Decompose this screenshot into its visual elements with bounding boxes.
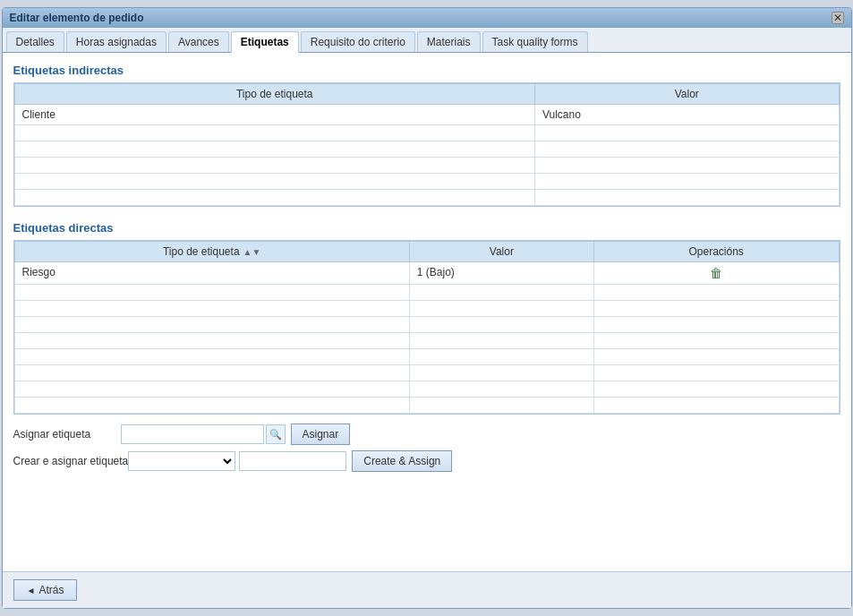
tab-task-quality[interactable]: Task quality forms: [482, 31, 588, 52]
indirect-empty-4: [14, 174, 839, 190]
assign-label-input[interactable]: [121, 424, 264, 444]
direct-col-tipo: Tipo de etiqueta ▲▼: [14, 242, 409, 262]
direct-row-0: Riesgo 1 (Bajo) 🗑: [14, 262, 839, 285]
direct-empty-7: [14, 381, 839, 398]
window-title: Editar elemento de pedido: [10, 12, 144, 24]
direct-table-container: Tipo de etiqueta ▲▼ Valor Operacións: [13, 240, 840, 415]
indirect-empty-2: [14, 141, 839, 158]
content-area: Etiquetas indirectas Tipo de etiqueta Va…: [3, 53, 851, 571]
create-assign-row: Crear e asignar etiqueta Create & Assign: [13, 450, 840, 472]
direct-empty-1: [14, 285, 839, 301]
indirect-empty-3: [14, 158, 839, 174]
direct-empty-5: [14, 349, 839, 365]
indirect-cell-valor-0: Vulcano: [534, 105, 839, 125]
back-button-label: Atrás: [38, 584, 64, 596]
direct-col-valor: Valor: [409, 242, 593, 262]
search-button[interactable]: 🔍: [266, 424, 286, 444]
direct-empty-4: [14, 333, 839, 349]
direct-empty-8: [14, 398, 839, 414]
indirect-cell-tipo-0: Cliente: [14, 105, 534, 125]
direct-cell-valor-0: 1 (Bajo): [409, 262, 593, 285]
tab-materiais[interactable]: Materiais: [417, 31, 481, 52]
create-assign-type-select[interactable]: [128, 451, 235, 471]
asignar-button[interactable]: Asignar: [291, 424, 351, 445]
direct-table: Tipo de etiqueta ▲▼ Valor Operacións: [14, 241, 840, 414]
assign-label-row: Asignar etiqueta 🔍 Asignar: [13, 424, 840, 445]
create-assign-value-input[interactable]: [239, 451, 346, 471]
tipo-sort-icon[interactable]: ▲▼: [243, 247, 261, 257]
indirect-col-tipo: Tipo de etiqueta: [14, 84, 534, 105]
tab-horas-asignadas[interactable]: Horas asignadas: [66, 31, 166, 52]
direct-cell-tipo-0: Riesgo: [14, 262, 409, 285]
tab-avances[interactable]: Avances: [168, 31, 229, 52]
delete-row-button[interactable]: 🗑: [710, 266, 722, 280]
direct-section-title: Etiquetas directas: [13, 221, 840, 235]
assign-label-section: Asignar etiqueta 🔍 Asignar Crear e asign…: [13, 424, 840, 472]
bottom-bar: ◄ Atrás: [3, 571, 851, 608]
tab-requisito[interactable]: Requisito do criterio: [301, 31, 415, 52]
indirect-table: Tipo de etiqueta Valor Cliente Vulcano: [14, 83, 840, 206]
assign-label-text: Asignar etiqueta: [13, 428, 121, 441]
indirect-section-title: Etiquetas indirectas: [13, 64, 840, 77]
indirect-table-container: Tipo de etiqueta Valor Cliente Vulcano: [13, 82, 840, 207]
indirect-col-valor: Valor: [534, 84, 839, 105]
create-assign-button[interactable]: Create & Assign: [352, 450, 452, 472]
tabs-bar: Detalles Horas asignadas Avances Etiquet…: [3, 28, 851, 53]
indirect-row-0: Cliente Vulcano: [14, 105, 839, 125]
back-button[interactable]: ◄ Atrás: [13, 579, 78, 601]
tab-etiquetas[interactable]: Etiquetas: [231, 31, 299, 53]
back-arrow-icon: ◄: [27, 586, 36, 595]
create-assign-label-text: Crear e asignar etiqueta: [13, 455, 129, 467]
search-icon: 🔍: [269, 429, 282, 441]
direct-cell-ops-0: 🗑: [593, 262, 839, 285]
close-icon: ✕: [833, 12, 842, 24]
title-bar: Editar elemento de pedido ✕: [3, 8, 851, 28]
main-window: Editar elemento de pedido ✕ Detalles Hor…: [2, 7, 852, 609]
direct-empty-2: [14, 301, 839, 317]
direct-empty-3: [14, 317, 839, 333]
tab-detalles[interactable]: Detalles: [6, 31, 64, 52]
close-button[interactable]: ✕: [832, 12, 844, 24]
direct-empty-6: [14, 365, 839, 381]
indirect-empty-1: [14, 125, 839, 141]
indirect-empty-5: [14, 190, 839, 206]
direct-col-operacins: Operacións: [593, 242, 839, 262]
